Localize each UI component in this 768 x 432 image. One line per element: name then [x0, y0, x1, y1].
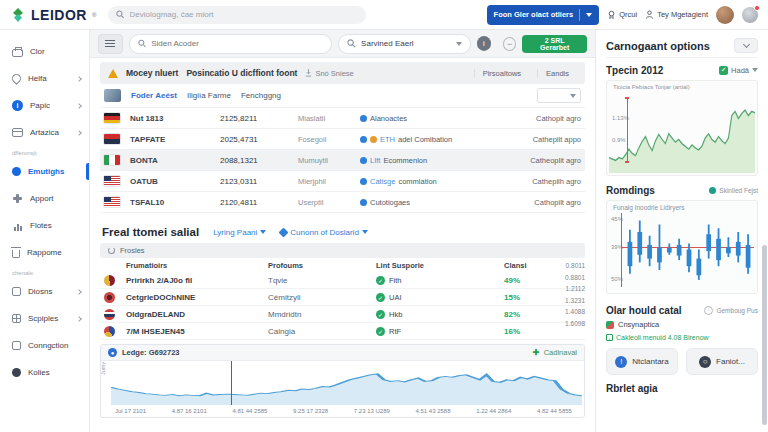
refresh-icon — [108, 247, 115, 254]
rate-company[interactable]: Cutotiogaes — [360, 198, 489, 207]
axis-value: 0.8011 — [565, 260, 585, 272]
global-search[interactable] — [108, 6, 366, 24]
column-header: Profoums — [268, 261, 376, 270]
generate-button[interactable]: 2 SRL Gerarbet — [522, 35, 587, 53]
check-icon: ✓ — [376, 327, 385, 336]
tpecin-header: Tpecin 2012 ✓ Hadā — [606, 60, 758, 80]
rate-company[interactable]: Alanoactes — [360, 114, 489, 123]
x-axis-label: Jul 17 2101 — [115, 408, 146, 414]
table-row[interactable]: TSFAL102120,4811UserptilCutotiogaesCatho… — [100, 192, 585, 213]
alert-download-link[interactable]: Snò Sniese — [305, 69, 353, 78]
flag-icon-de — [104, 113, 120, 123]
badge-label: Fith — [389, 276, 402, 285]
menu-button[interactable] — [98, 34, 123, 54]
gemboug-link[interactable]: ◦ Gemboug Pus — [704, 306, 758, 315]
profile-col2: Cémitzyli — [268, 293, 376, 302]
sidebar-item-kolies[interactable]: Kolies — [0, 359, 89, 386]
blue-dot-icon — [360, 199, 367, 206]
nav-link-account[interactable]: Tey Mgetagient — [645, 10, 708, 19]
ntclantara-button[interactable]: ! Ntclantara — [606, 348, 678, 375]
alert-label: Mocey nluert — [126, 68, 178, 78]
primary-action-button[interactable]: Foon Gler olact otliers — [487, 5, 600, 25]
status-badge: ✓Hkb — [376, 310, 504, 319]
sidebar-item-flotes[interactable]: Flotes — [0, 212, 89, 239]
table-row[interactable]: TAPFATE2025,4731FosegoilETH adel Comibat… — [100, 129, 585, 150]
sidebar-item-clor[interactable]: Clor — [0, 38, 89, 65]
x-axis-label: 7.23 13 U289 — [354, 408, 390, 414]
lyring-paani-link[interactable]: Lyring Paani — [213, 228, 266, 237]
global-search-input[interactable] — [130, 10, 359, 19]
filter-select-value: Sarvined Eaerl — [361, 39, 413, 48]
chart-axis-line — [621, 213, 622, 287]
app-logo[interactable]: LEIDOR ® — [10, 7, 100, 23]
hada-dropdown[interactable]: ✓ Hadā — [719, 66, 758, 75]
faniot-button[interactable]: ○ Faniot... — [686, 348, 758, 375]
rates-table: Nut 18132125,8211MiaslatilAlanoactesCath… — [100, 108, 585, 213]
feature-col3: Fenchggng — [241, 91, 281, 100]
person-icon — [645, 10, 654, 19]
green-area-chart[interactable]: Tioicia Pebiacs Tonjar (artial) 1.13% 0.… — [606, 80, 758, 176]
row-select-dropdown[interactable] — [537, 88, 581, 103]
table-row[interactable]: Nut 18132125,8211MiaslatilAlanoactesCath… — [100, 108, 585, 129]
sidebar-item-emutighs[interactable]: Emutighs — [0, 158, 89, 185]
table-row[interactable]: CetgrieDOChNINECémitzyli✓UAI15% — [100, 289, 585, 306]
candlestick-chart[interactable]: Funaig Inoodrie Lidiryers 45% 39% 50% — [606, 200, 758, 294]
cadinaval-link[interactable]: ✚ Cadinaval — [533, 348, 577, 357]
sidebar-item-papic[interactable]: iPapic — [0, 92, 89, 119]
rate-company[interactable]: ETH adel Comibation — [360, 135, 489, 144]
chart-x-labels: Jul 17 21014.87 16 21014.81 44 25859.25 … — [101, 405, 584, 417]
alert-action-2[interactable]: Eandis — [537, 69, 577, 78]
info-button[interactable]: i — [477, 36, 491, 51]
sidebar-item-label: Flotes — [30, 221, 52, 230]
nav-link-qrcui[interactable]: Qrcui — [607, 10, 637, 19]
sidebar-item-artazica[interactable]: Artazica — [0, 119, 89, 146]
logo-trademark: ® — [92, 12, 96, 18]
profile-name: Pririrkh 2/AJ0o fil — [126, 276, 268, 285]
sidebar-item-apport[interactable]: Apport — [0, 185, 89, 212]
chevron-down-icon — [742, 41, 749, 48]
rate-category: Cathepilt appo — [489, 135, 581, 144]
sidebar-item-scpiples[interactable]: Scpiples — [0, 305, 89, 332]
ledge-chart-body[interactable]: Jumy — [101, 361, 584, 405]
cunonn-doslarid-link[interactable]: Cunonn of Doslarid — [280, 228, 367, 237]
trash-icon — [12, 250, 20, 258]
filter-select[interactable]: Sarvined Eaerl — [338, 34, 471, 54]
profile-name: OldgraDELAND — [126, 310, 268, 319]
sidebar-item-rappome[interactable]: Rappome — [0, 239, 89, 266]
x-axis-label: 4.87 16 2101 — [172, 408, 207, 414]
table-search[interactable] — [129, 34, 332, 54]
feature-row: Foder Aeést Iligiìa Farme Fenchggng — [100, 84, 585, 108]
axis-value: 0.8801 — [565, 272, 585, 284]
rate-name: TSFAL10 — [130, 198, 220, 207]
logo-text: LEIDOR — [31, 7, 87, 23]
rate-company[interactable]: Catisge commiation — [360, 177, 489, 186]
x-axis-label: 4.81 44 2585 — [232, 408, 267, 414]
chart-cursor-line[interactable] — [231, 361, 232, 405]
page-scrollbar[interactable] — [762, 245, 767, 425]
table-row[interactable]: OATUB2123,0311MierjphilCatisge commiatio… — [100, 171, 585, 192]
alert-action-1[interactable]: Pirsoaltows — [474, 69, 529, 78]
feature-link[interactable]: Foder Aeést — [131, 91, 177, 100]
secondary-avatar[interactable] — [742, 7, 758, 23]
table-row[interactable]: 7/M IHSEJEN45Calngia✓RtF16% — [100, 323, 585, 340]
rate-company[interactable]: LIft Ecommenion — [360, 156, 489, 165]
status-badge: ✓UAI — [376, 293, 504, 302]
cnsynaptica-row: Cnsynaptica — [606, 318, 758, 331]
sidebar-item-helfa[interactable]: Helfa — [0, 65, 89, 92]
table-search-input[interactable] — [151, 39, 323, 48]
sidebar-item-conngction[interactable]: Conngction — [0, 332, 89, 359]
user-avatar[interactable] — [716, 6, 734, 24]
collapse-panel-button[interactable] — [734, 38, 758, 53]
chevron-right-icon — [76, 130, 82, 136]
collapse-button[interactable]: − — [503, 37, 516, 51]
frosles-bar[interactable]: Frosles — [100, 243, 585, 258]
company-link: ETH — [380, 135, 395, 144]
table-row[interactable]: OldgraDELANDMmdridtn✓Hkb82% — [100, 306, 585, 323]
table-row[interactable]: BONTA2088,1321MumuytilLIft EcommenionCat… — [100, 150, 585, 171]
check-icon: ✓ — [719, 66, 728, 75]
company-link: LIft — [370, 156, 380, 165]
sidebar-item-diosns[interactable]: Diosns — [0, 278, 89, 305]
rate-name: OATUB — [130, 177, 220, 186]
table-row[interactable]: Pririrkh 2/AJ0o filTqvie✓Fith49% — [100, 272, 585, 289]
green-link-row[interactable]: ↓ Cakleoli menuid 4.08 Birenow — [606, 331, 758, 344]
